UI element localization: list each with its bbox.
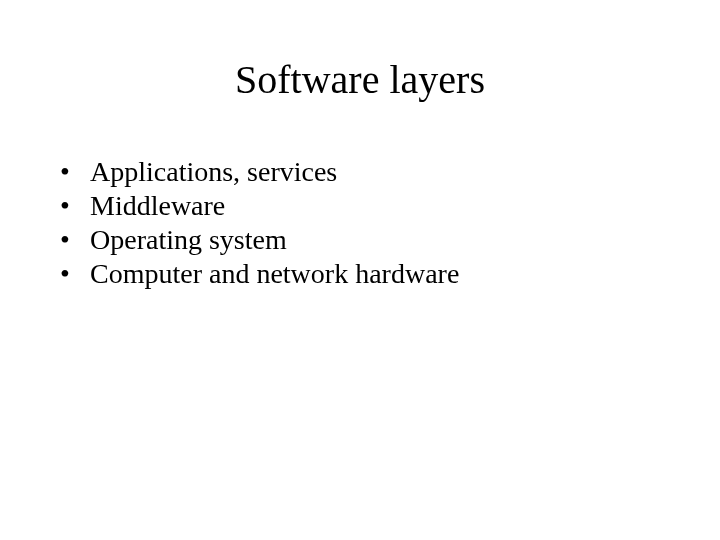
bullet-list: • Applications, services • Middleware • … [60, 155, 459, 292]
bullet-icon: • [60, 257, 90, 291]
list-item: • Applications, services [60, 155, 459, 189]
slide-title: Software layers [0, 56, 720, 103]
bullet-text: Applications, services [90, 155, 337, 189]
list-item: • Middleware [60, 189, 459, 223]
bullet-text: Operating system [90, 223, 287, 257]
bullet-text: Middleware [90, 189, 225, 223]
bullet-text: Computer and network hardware [90, 257, 459, 291]
bullet-icon: • [60, 223, 90, 257]
list-item: • Computer and network hardware [60, 257, 459, 291]
list-item: • Operating system [60, 223, 459, 257]
bullet-icon: • [60, 155, 90, 189]
bullet-icon: • [60, 189, 90, 223]
